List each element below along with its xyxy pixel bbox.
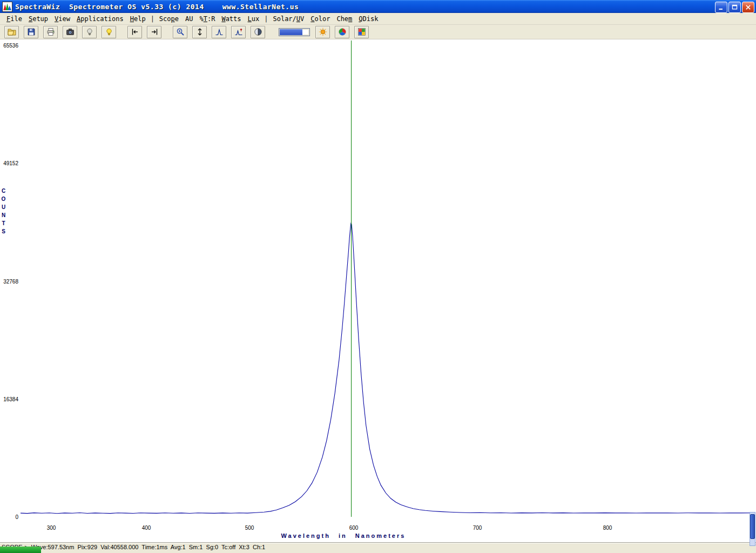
taskbar-start-fragment[interactable] xyxy=(0,547,41,553)
save-button[interactable] xyxy=(24,26,38,38)
status-bar: SCOPE-> Wave:597.53nm Pix:929 Val:40558.… xyxy=(0,542,756,553)
color-palette-icon xyxy=(357,28,366,36)
camera-icon xyxy=(66,28,75,36)
maximize-button[interactable] xyxy=(728,2,741,13)
x-axis-title: Wavelength in Nanometers xyxy=(281,532,406,539)
menu-view[interactable]: View xyxy=(51,14,73,24)
menu-color[interactable]: Color xyxy=(307,14,333,24)
menu-separator: | xyxy=(262,15,269,23)
spectrum-curve xyxy=(21,45,754,517)
progress-fill xyxy=(280,29,302,35)
x-tick-label: 400 xyxy=(142,525,151,531)
menu-au[interactable]: AU xyxy=(182,14,196,24)
menu-solar-uv[interactable]: Solar/UV xyxy=(269,14,307,24)
menu-setup[interactable]: Setup xyxy=(25,14,51,24)
x-tick-label: 700 xyxy=(473,525,482,531)
folder-open-icon xyxy=(8,28,16,36)
x-tick-label: 300 xyxy=(47,525,56,531)
y-tick-label: 16384 xyxy=(3,396,18,402)
acquisition-progress-bar xyxy=(279,28,310,36)
peak-export-button[interactable] xyxy=(231,26,246,38)
y-tick-label: 0 xyxy=(15,514,18,520)
printer-icon xyxy=(46,28,55,36)
color-measure-button[interactable] xyxy=(335,26,349,38)
menu-file[interactable]: File xyxy=(3,14,25,24)
zoom-in-icon xyxy=(176,28,185,36)
light-reference-button[interactable] xyxy=(102,26,116,38)
y-autoscale-icon xyxy=(195,28,204,36)
menu-chem[interactable]: Chem xyxy=(333,14,355,24)
dark-reference-button[interactable] xyxy=(82,26,97,38)
goto-right-limit-button[interactable] xyxy=(147,26,161,38)
menu-applications[interactable]: Applications xyxy=(73,14,127,24)
y-axis-labels: 655364915232768163840 xyxy=(0,45,19,517)
lamp-on-icon xyxy=(105,28,113,36)
lamp-off-icon xyxy=(85,28,94,36)
spectrawiz-window: SpectraWiz Spectrometer OS v5.33 (c) 201… xyxy=(0,0,756,553)
zoom-button[interactable] xyxy=(173,26,187,38)
menu-bar: File Setup View Applications Help | Scop… xyxy=(0,13,756,25)
peak-find-button[interactable] xyxy=(212,26,226,38)
close-button[interactable] xyxy=(742,2,754,13)
save-floppy-icon xyxy=(27,28,36,36)
autoscale-button[interactable] xyxy=(192,26,207,38)
vertical-scrollbar[interactable] xyxy=(750,512,755,546)
minimize-button[interactable] xyxy=(715,2,727,13)
y-tick-label: 65536 xyxy=(3,43,18,49)
y-tick-label: 32768 xyxy=(3,279,18,285)
tool-bar xyxy=(0,25,756,39)
window-title: SpectraWiz Spectrometer OS v5.33 (c) 201… xyxy=(15,3,204,11)
open-button[interactable] xyxy=(4,26,19,38)
menu-lux[interactable]: Lux xyxy=(245,14,263,24)
goto-left-limit-button[interactable] xyxy=(127,26,142,38)
snapshot-button[interactable] xyxy=(63,26,77,38)
y-tick-label: 49152 xyxy=(3,160,18,166)
app-logo-icon xyxy=(2,2,12,12)
half-disk-icon xyxy=(254,28,262,36)
detector-mode-button[interactable] xyxy=(251,26,265,38)
wavelength-cursor-line[interactable] xyxy=(351,41,352,517)
menu-watts[interactable]: Watts xyxy=(218,14,244,24)
spectrum-chart: COUNTS 655364915232768163840 30040050060… xyxy=(0,39,756,542)
print-button[interactable] xyxy=(43,26,58,38)
x-tick-label: 500 xyxy=(245,525,254,531)
rgb-wheel-icon xyxy=(338,28,347,36)
menu-scope[interactable]: Scope xyxy=(156,14,182,24)
arrow-left-bar-icon xyxy=(131,28,139,36)
x-tick-label: 800 xyxy=(603,525,612,531)
menu-separator: | xyxy=(149,15,156,23)
menu-qdisk[interactable]: QDisk xyxy=(355,14,381,24)
window-title-url: www.StellarNet.us xyxy=(222,3,299,11)
peak-export-icon xyxy=(234,28,243,36)
palette-button[interactable] xyxy=(354,26,369,38)
x-tick-label: 600 xyxy=(349,525,359,531)
title-bar[interactable]: SpectraWiz Spectrometer OS v5.33 (c) 201… xyxy=(0,0,756,13)
menu-help[interactable]: Help xyxy=(127,14,149,24)
scrollbar-thumb[interactable] xyxy=(750,514,755,539)
menu-transmission[interactable]: %T:R xyxy=(196,14,218,24)
brightness-button[interactable] xyxy=(315,26,330,38)
arrow-right-bar-icon xyxy=(150,28,159,36)
sun-icon xyxy=(319,28,327,36)
plot-area[interactable] xyxy=(21,45,754,517)
peak-icon xyxy=(215,28,224,36)
